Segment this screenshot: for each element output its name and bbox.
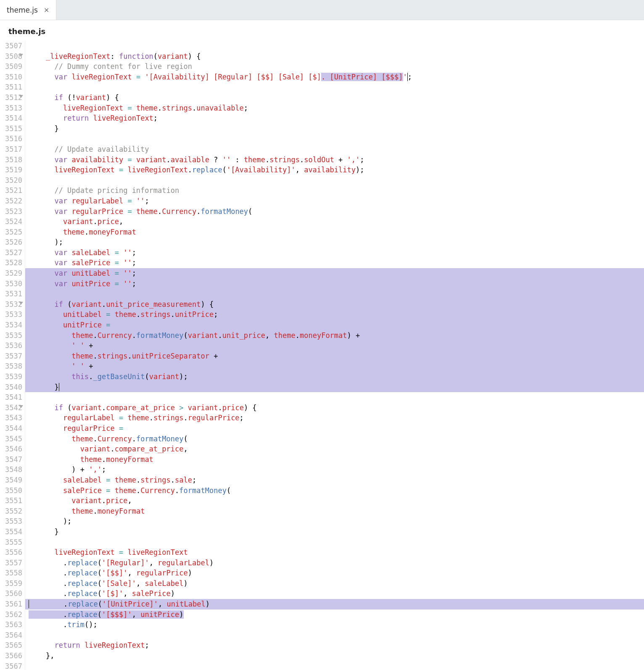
line-number: 3545	[0, 434, 22, 444]
code-line[interactable]: theme.strings.unitPriceSeparator +	[25, 351, 644, 361]
code-line[interactable]: variant.compare_at_price,	[25, 444, 644, 454]
code-line[interactable]: var regularPrice = theme.Currency.format…	[25, 206, 644, 217]
code-line[interactable]: var regularLabel = '';	[25, 196, 644, 206]
code-line[interactable]: },	[25, 651, 644, 661]
code-line[interactable]	[25, 661, 644, 670]
code-line[interactable]: unitPrice =	[25, 320, 644, 330]
code-line[interactable]: return liveRegionText;	[25, 640, 644, 651]
code-line[interactable]: salePrice = theme.Currency.formatMoney(	[25, 485, 644, 496]
line-number: 3549	[0, 475, 22, 485]
code-line[interactable]: ) + ',';	[25, 464, 644, 475]
code-line[interactable]: // Update pricing information	[25, 185, 644, 196]
line-number: 3551	[0, 496, 22, 506]
line-number: 3510	[0, 72, 22, 82]
code-line[interactable]	[25, 41, 644, 51]
code-line[interactable]: _liveRegionText: function(variant) {	[25, 51, 644, 62]
code-line[interactable]: if (variant.unit_price_measurement) {	[25, 299, 644, 310]
line-number: 3562	[0, 609, 22, 620]
code-line[interactable]: var liveRegionText = '[Availability] [Re…	[25, 72, 644, 82]
code-line[interactable]: ' ' +	[25, 340, 644, 351]
code-line[interactable]: }	[25, 527, 644, 537]
line-number: 3537	[0, 351, 22, 361]
code-line[interactable]	[25, 289, 644, 299]
code-line[interactable]: }	[25, 382, 644, 393]
line-gutter: 3507350835093510351135123513351435153516…	[0, 41, 25, 670]
line-number: 3533	[0, 309, 22, 320]
line-number: 3544	[0, 423, 22, 434]
code-line[interactable]: var availability = variant.available ? '…	[25, 155, 644, 165]
code-line[interactable]: theme.moneyFormat	[25, 227, 644, 237]
code-line[interactable]	[25, 537, 644, 548]
code-line[interactable]: .replace('[UnitPrice]', unitLabel)	[25, 599, 644, 609]
line-number: 3560	[0, 588, 22, 599]
code-line[interactable]: theme.Currency.formatMoney(	[25, 434, 644, 444]
line-number: 3535	[0, 330, 22, 341]
code-line[interactable]: unitLabel = theme.strings.unitPrice;	[25, 309, 644, 320]
line-number: 3523	[0, 206, 22, 217]
line-number: 3525	[0, 227, 22, 237]
code-line[interactable]: ' ' +	[25, 361, 644, 372]
code-line[interactable]: theme.moneyFormat	[25, 506, 644, 517]
code-line[interactable]: liveRegionText = liveRegionText.replace(…	[25, 165, 644, 175]
code-line[interactable]: }	[25, 124, 644, 134]
code-line[interactable]: // Dummy content for live region	[25, 61, 644, 72]
code-line[interactable]: .replace('[Regular]', regularLabel)	[25, 558, 644, 568]
code-line[interactable]: );	[25, 516, 644, 527]
code-line[interactable]: theme.moneyFormat	[25, 454, 644, 465]
code-line[interactable]: return liveRegionText;	[25, 113, 644, 124]
code-line[interactable]: // Update availability	[25, 144, 644, 155]
code-line[interactable]: variant.price,	[25, 216, 644, 227]
code-line[interactable]: var salePrice = '';	[25, 258, 644, 268]
line-number: 3564	[0, 630, 22, 641]
code-line[interactable]	[25, 630, 644, 641]
code-line[interactable]: var unitLabel = '';	[25, 268, 644, 279]
line-number: 3507	[0, 41, 22, 51]
fold-icon[interactable]	[19, 302, 23, 305]
code-line[interactable]: liveRegionText = liveRegionText	[25, 547, 644, 558]
line-number: 3534	[0, 320, 22, 330]
line-number: 3521	[0, 185, 22, 196]
code-line[interactable]: .replace('[$$]', regularPrice)	[25, 568, 644, 578]
code-line[interactable]: if (!variant) {	[25, 92, 644, 103]
line-number: 3528	[0, 258, 22, 268]
line-number: 3530	[0, 279, 22, 289]
line-number: 3516	[0, 134, 22, 144]
line-number: 3543	[0, 413, 22, 423]
code-line[interactable]: if (variant.compare_at_price > variant.p…	[25, 403, 644, 413]
line-number: 3517	[0, 144, 22, 155]
code-line[interactable]: variant.price,	[25, 496, 644, 506]
tab-label: theme.js	[7, 6, 38, 14]
code-line[interactable]: regularLabel = theme.strings.regularPric…	[25, 413, 644, 423]
line-number: 3540	[0, 382, 22, 393]
code-line[interactable]: );	[25, 237, 644, 248]
close-icon[interactable]: ×	[44, 6, 49, 14]
code-line[interactable]: theme.Currency.formatMoney(variant.unit_…	[25, 330, 644, 341]
code-line[interactable]: liveRegionText = theme.strings.unavailab…	[25, 103, 644, 113]
code-line[interactable]	[25, 175, 644, 186]
code-line[interactable]: .replace('[Sale]', saleLabel)	[25, 578, 644, 589]
line-number: 3559	[0, 578, 22, 589]
line-number: 3519	[0, 165, 22, 175]
line-number: 3554	[0, 527, 22, 537]
code-content[interactable]: _liveRegionText: function(variant) { // …	[25, 41, 644, 670]
code-line[interactable]: .trim();	[25, 620, 644, 630]
code-line[interactable]: saleLabel = theme.strings.sale;	[25, 475, 644, 485]
tab-theme-js[interactable]: theme.js ×	[0, 0, 56, 20]
line-number: 3546	[0, 444, 22, 454]
fold-icon[interactable]	[19, 405, 23, 408]
code-line[interactable]: .replace('[$$$]', unitPrice)	[25, 609, 644, 620]
code-line[interactable]: var unitPrice = '';	[25, 279, 644, 289]
code-line[interactable]: .replace('[$]', salePrice)	[25, 588, 644, 599]
line-number: 3512	[0, 92, 22, 103]
code-editor[interactable]: 3507350835093510351135123513351435153516…	[0, 41, 644, 670]
code-line[interactable]	[25, 82, 644, 92]
code-line[interactable]	[25, 392, 644, 403]
fold-icon[interactable]	[19, 95, 23, 98]
code-line[interactable]	[25, 134, 644, 144]
line-number: 3548	[0, 464, 22, 475]
line-number: 3565	[0, 640, 22, 651]
code-line[interactable]: this._getBaseUnit(variant);	[25, 372, 644, 382]
code-line[interactable]: regularPrice =	[25, 423, 644, 434]
fold-icon[interactable]	[19, 54, 23, 57]
code-line[interactable]: var saleLabel = '';	[25, 248, 644, 258]
